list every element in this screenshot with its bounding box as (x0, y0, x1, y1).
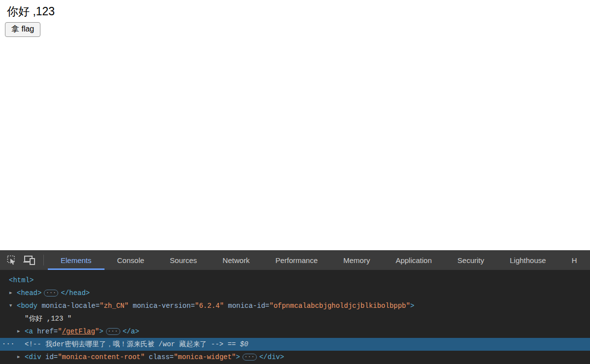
code-token: monica-locale= (37, 302, 100, 310)
tab-application[interactable]: Application (383, 250, 445, 270)
code-token: > (236, 353, 240, 361)
tab-sources[interactable]: Sources (157, 250, 210, 270)
tab-lighthouse[interactable]: Lighthouse (497, 250, 558, 270)
code-token: == $0 (223, 340, 248, 348)
expand-arrow-icon[interactable]: ▼ (9, 299, 12, 312)
row-menu-dots-icon[interactable]: ··· (2, 338, 15, 351)
code-token: <body (17, 302, 37, 310)
inspect-element-icon[interactable] (3, 250, 21, 270)
tree-row[interactable]: "你好 ,123 " (0, 312, 590, 325)
code-token: </div> (259, 353, 284, 361)
expand-arrow-icon[interactable]: ▶ (17, 325, 20, 338)
devtools-toolbar: ElementsConsoleSourcesNetworkPerformance… (0, 250, 590, 270)
expand-arrow-icon[interactable]: ▶ (9, 287, 12, 299)
code-token: " (95, 328, 99, 335)
expand-arrow-icon[interactable]: ▶ (17, 351, 20, 364)
tree-row[interactable]: ▶<head>···</head> (0, 287, 590, 299)
code-token: " (58, 328, 62, 335)
ellipsis-expand-button[interactable]: ··· (243, 354, 257, 361)
devtools-panel: ElementsConsoleSourcesNetworkPerformance… (0, 250, 590, 364)
code-token: monica-id= (224, 302, 269, 310)
code-token: <div (25, 353, 41, 361)
code-token: </a> (123, 328, 139, 335)
code-token: "你好 ,123 " (25, 315, 71, 323)
code-token: <html> (9, 276, 34, 284)
code-token: "monica-widget" (174, 353, 236, 361)
tab-network[interactable]: Network (210, 250, 263, 270)
code-token: "ofpnmcalabcbjgholdjcjblkibolbppb" (270, 302, 411, 310)
toolbar-separator (43, 255, 44, 265)
code-token: > (410, 302, 414, 310)
code-token: "6.2.4" (195, 302, 224, 310)
code-token: href= (33, 328, 58, 335)
code-token: class= (145, 353, 174, 361)
code-token: "monica-content-root" (58, 353, 144, 361)
tab-memory[interactable]: Memory (331, 250, 383, 270)
tree-row[interactable]: ▶<div id="monica-content-root" class="mo… (0, 351, 590, 364)
greeting-text: 你好 ,123 (7, 4, 590, 19)
tree-row[interactable]: ···<!-- 我der密钥去哪里了，哦！源来氏被 /wor 藏起来了 --> … (0, 338, 590, 351)
code-token: <head> (17, 289, 41, 297)
code-token: "zh_CN" (100, 302, 129, 310)
devtools-tabs: ElementsConsoleSourcesNetworkPerformance… (48, 250, 590, 270)
ellipsis-expand-button[interactable]: ··· (44, 290, 58, 297)
page-viewport: 你好 ,123 拿 flag (0, 0, 590, 250)
code-token: monica-version= (129, 302, 195, 310)
tab-performance[interactable]: Performance (263, 250, 331, 270)
code-token: > (99, 328, 103, 335)
tab-console[interactable]: Console (104, 250, 157, 270)
tab-h[interactable]: H (559, 250, 590, 270)
tab-security[interactable]: Security (445, 250, 497, 270)
tree-row[interactable]: <html> (0, 274, 590, 287)
get-flag-button[interactable]: 拿 flag (5, 22, 40, 37)
code-token: </head> (61, 289, 90, 297)
ellipsis-expand-button[interactable]: ··· (106, 328, 120, 335)
tree-row[interactable]: ▶<a href="/getFlag">···</a> (0, 325, 590, 338)
tab-elements[interactable]: Elements (48, 250, 104, 270)
code-token: <!-- 我der密钥去哪里了，哦！源来氏被 /wor 藏起来了 --> (25, 340, 223, 348)
code-token: <a (25, 328, 33, 335)
toggle-device-toolbar-icon[interactable] (21, 250, 38, 270)
elements-tree: <html>▶<head>···</head>▼<body monica-loc… (0, 270, 590, 364)
tree-row[interactable]: ▼<body monica-locale="zh_CN" monica-vers… (0, 299, 590, 312)
code-token: id= (41, 353, 58, 361)
code-token[interactable]: /getFlag (62, 328, 95, 335)
